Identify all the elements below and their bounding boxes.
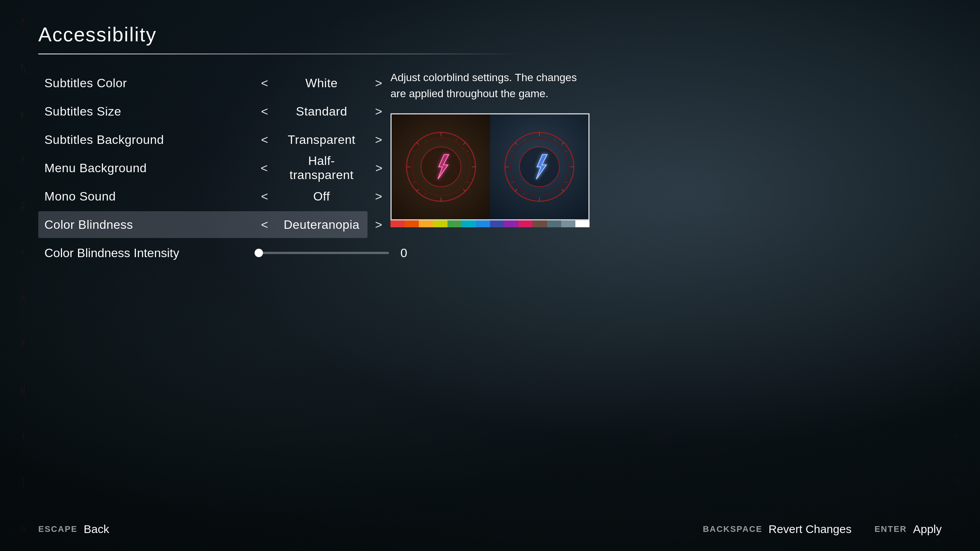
right-panel: Adjust colorblind settings. The changes … xyxy=(390,70,942,268)
arrow-left-subtitles-size[interactable]: < xyxy=(259,104,270,119)
setting-value-subtitles-background: Transparent xyxy=(279,133,364,147)
svg-text:ᚦ: ᚦ xyxy=(564,150,568,153)
svg-text:ᚲ: ᚲ xyxy=(553,192,556,196)
setting-label-subtitles-color: Subtitles Color xyxy=(44,76,259,90)
svg-text:ᚹ: ᚹ xyxy=(424,192,427,196)
arrow-right-mono-sound[interactable]: > xyxy=(373,189,384,204)
setting-row-subtitles-background[interactable]: Subtitles Background < Transparent > xyxy=(38,126,368,153)
setting-value-menu-background: Half-transparent xyxy=(279,154,364,182)
setting-value-color-blindness: Deuteranopia xyxy=(279,218,364,232)
color-spectrum-bar xyxy=(390,220,590,227)
svg-text:ᚱ: ᚱ xyxy=(564,181,568,184)
arrow-right-menu-background[interactable]: > xyxy=(374,161,384,175)
backspace-key-label: BACKSPACE xyxy=(703,524,763,534)
svg-line-31 xyxy=(515,189,517,191)
svg-text:ᚷ: ᚷ xyxy=(440,196,442,199)
setting-row-color-blindness[interactable]: Color Blindness < Deuteranopia > xyxy=(38,211,368,238)
setting-label-subtitles-background: Subtitles Background xyxy=(44,133,259,147)
setting-row-subtitles-color[interactable]: Subtitles Color < White > xyxy=(38,70,368,96)
preview-box: ᚠ ᚢ ᚦ ᚨ ᚱ ᚲ ᚷ ᚹ ᚺ ᚾ ᛁ ᛃ xyxy=(390,113,590,220)
svg-text:ᚱ: ᚱ xyxy=(466,181,469,184)
setting-row-subtitles-size[interactable]: Subtitles Size < Standard > xyxy=(38,98,368,125)
svg-line-8 xyxy=(416,189,419,191)
slider-thumb[interactable] xyxy=(255,249,263,257)
setting-value-mono-sound: Off xyxy=(279,189,364,204)
arrow-left-menu-background[interactable]: < xyxy=(259,161,270,175)
arrow-right-subtitles-color[interactable]: > xyxy=(373,76,384,90)
rune-circle-original: ᚠ ᚢ ᚦ ᚨ ᚱ ᚲ ᚷ ᚹ ᚺ ᚾ ᛁ ᛃ xyxy=(403,129,479,205)
setting-row-mono-sound[interactable]: Mono Sound < Off > xyxy=(38,183,368,210)
title-divider xyxy=(38,54,521,54)
setting-control-subtitles-size: < Standard > xyxy=(259,104,384,119)
slider-track[interactable] xyxy=(259,252,389,254)
slider-label: Color Blindness Intensity xyxy=(44,246,259,260)
escape-key-label: ESCAPE xyxy=(38,524,77,534)
escape-nav[interactable]: ESCAPE Back xyxy=(38,523,109,536)
svg-text:ᚷ: ᚷ xyxy=(538,196,540,199)
svg-text:ᚾ: ᚾ xyxy=(507,166,510,168)
svg-line-30 xyxy=(562,142,564,145)
description-text: Adjust colorblind settings. The changes … xyxy=(390,70,582,102)
svg-text:ᛁ: ᛁ xyxy=(511,150,514,153)
setting-control-color-blindness: < Deuteranopia > xyxy=(259,218,384,232)
svg-text:ᚠ: ᚠ xyxy=(538,134,540,138)
svg-text:ᚨ: ᚨ xyxy=(470,166,474,168)
enter-key-label: ENTER xyxy=(874,524,907,534)
svg-text:ᚢ: ᚢ xyxy=(553,138,556,142)
arrow-left-subtitles-background[interactable]: < xyxy=(259,133,270,147)
setting-control-subtitles-color: < White > xyxy=(259,76,384,90)
setting-label-mono-sound: Mono Sound xyxy=(44,189,259,204)
rune-circle-adjusted: ᚠ ᚢ ᚦ ᚨ ᚱ ᚲ ᚷ ᚹ ᚺ ᚾ ᛁ ᛃ xyxy=(501,129,578,205)
settings-list: Subtitles Color < White > Subtitles Size… xyxy=(38,70,368,268)
setting-label-color-blindness: Color Blindness xyxy=(44,218,259,232)
svg-text:ᚾ: ᚾ xyxy=(408,166,412,168)
bottom-nav-bar: ESCAPE Back BACKSPACE Revert Changes ENT… xyxy=(38,523,942,536)
setting-row-menu-background[interactable]: Menu Background < Half-transparent > xyxy=(38,155,368,181)
slider-row: Color Blindness Intensity 0 xyxy=(38,240,368,266)
svg-text:ᚠ: ᚠ xyxy=(440,134,442,138)
enter-action-label: Apply xyxy=(913,523,942,536)
setting-value-subtitles-color: White xyxy=(279,76,364,90)
svg-text:ᚺ: ᚺ xyxy=(412,181,416,184)
svg-text:ᚲ: ᚲ xyxy=(454,192,458,196)
setting-control-mono-sound: < Off > xyxy=(259,189,384,204)
backspace-action-label: Revert Changes xyxy=(769,523,852,536)
svg-text:ᚢ: ᚢ xyxy=(454,138,458,142)
arrow-right-color-blindness[interactable]: > xyxy=(373,218,384,232)
svg-text:ᛁ: ᛁ xyxy=(412,150,416,153)
svg-line-6 xyxy=(416,142,419,145)
arrow-left-subtitles-color[interactable]: < xyxy=(259,76,270,90)
escape-action-label: Back xyxy=(83,523,109,536)
svg-line-7 xyxy=(463,142,466,145)
svg-text:ᚹ: ᚹ xyxy=(522,192,526,196)
backspace-nav[interactable]: BACKSPACE Revert Changes xyxy=(703,523,852,536)
preview-original: ᚠ ᚢ ᚦ ᚨ ᚱ ᚲ ᚷ ᚹ ᚺ ᚾ ᛁ ᛃ xyxy=(392,114,490,219)
svg-line-29 xyxy=(515,142,517,145)
svg-text:ᚺ: ᚺ xyxy=(511,181,514,184)
arrow-left-color-blindness[interactable]: < xyxy=(259,218,270,232)
arrow-left-mono-sound[interactable]: < xyxy=(259,189,270,204)
preview-inner: ᚠ ᚢ ᚦ ᚨ ᚱ ᚲ ᚷ ᚹ ᚺ ᚾ ᛁ ᛃ xyxy=(392,114,588,219)
preview-deuteranopia: ᚠ ᚢ ᚦ ᚨ ᚱ ᚲ ᚷ ᚹ ᚺ ᚾ ᛁ ᛃ xyxy=(490,114,588,219)
arrow-right-subtitles-background[interactable]: > xyxy=(373,133,384,147)
arrow-right-subtitles-size[interactable]: > xyxy=(373,104,384,119)
setting-label-menu-background: Menu Background xyxy=(44,161,259,175)
nav-right-group: BACKSPACE Revert Changes ENTER Apply xyxy=(703,523,942,536)
svg-text:ᛃ: ᛃ xyxy=(522,138,526,142)
setting-control-subtitles-background: < Transparent > xyxy=(259,133,384,147)
svg-text:ᚦ: ᚦ xyxy=(466,150,469,153)
svg-text:ᛃ: ᛃ xyxy=(424,138,427,142)
page-title: Accessibility xyxy=(38,23,942,46)
setting-label-subtitles-size: Subtitles Size xyxy=(44,104,259,119)
setting-control-menu-background: < Half-transparent > xyxy=(259,154,384,182)
svg-text:ᚨ: ᚨ xyxy=(568,166,572,168)
svg-line-9 xyxy=(463,189,466,191)
svg-line-32 xyxy=(562,189,564,191)
enter-nav[interactable]: ENTER Apply xyxy=(874,523,942,536)
setting-value-subtitles-size: Standard xyxy=(279,104,364,119)
